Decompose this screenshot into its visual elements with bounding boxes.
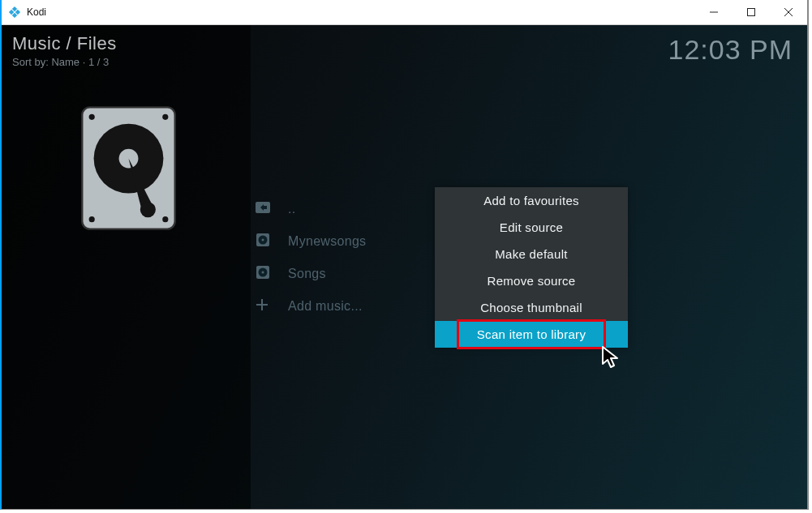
svg-point-14 bbox=[162, 114, 168, 120]
file-item-label: Add music... bbox=[283, 299, 363, 314]
window-title: Kodi bbox=[27, 6, 46, 18]
file-item-label: Songs bbox=[283, 267, 326, 281]
svg-rect-2 bbox=[9, 10, 14, 15]
sort-indicator[interactable]: Sort by: Name · 1 / 3 bbox=[12, 56, 117, 68]
disc-icon bbox=[256, 233, 283, 250]
svg-rect-1 bbox=[15, 10, 20, 15]
kodi-app-icon bbox=[8, 6, 21, 19]
svg-rect-5 bbox=[748, 9, 755, 16]
svg-point-23 bbox=[262, 271, 264, 274]
plus-icon bbox=[256, 298, 283, 314]
disc-icon bbox=[256, 265, 283, 283]
window-controls bbox=[695, 0, 807, 24]
context-item-scan-to-library[interactable]: Scan item to library bbox=[435, 321, 628, 348]
context-menu: Add to favourites Edit source Make defau… bbox=[435, 187, 628, 348]
file-item-label: Mynewsongs bbox=[283, 234, 366, 249]
svg-point-13 bbox=[89, 114, 95, 120]
svg-rect-0 bbox=[12, 6, 17, 11]
titlebar: Kodi bbox=[2, 0, 807, 25]
maximize-button[interactable] bbox=[733, 0, 770, 24]
window-frame: Kodi Music / Files Sort by: Name · 1 / 3… bbox=[0, 0, 809, 510]
minimize-button[interactable] bbox=[695, 0, 733, 24]
svg-point-12 bbox=[140, 202, 156, 217]
header-area: Music / Files Sort by: Name · 1 / 3 bbox=[12, 33, 117, 68]
client-area: Music / Files Sort by: Name · 1 / 3 12:0… bbox=[2, 25, 807, 509]
context-item-add-to-favourites[interactable]: Add to favourites bbox=[435, 187, 628, 214]
svg-rect-3 bbox=[12, 13, 17, 18]
harddrive-thumbnail bbox=[78, 105, 179, 231]
svg-point-10 bbox=[119, 149, 139, 169]
close-button[interactable] bbox=[770, 0, 807, 24]
svg-point-15 bbox=[89, 216, 95, 222]
breadcrumb: Music / Files bbox=[12, 33, 117, 54]
context-item-make-default[interactable]: Make default bbox=[435, 241, 628, 267]
mouse-cursor-icon bbox=[602, 346, 625, 374]
back-arrow-icon bbox=[256, 202, 283, 216]
file-item-label: .. bbox=[283, 202, 296, 216]
sidebar-dim bbox=[2, 25, 251, 509]
context-item-choose-thumbnail[interactable]: Choose thumbnail bbox=[435, 294, 628, 321]
clock: 12:03 PM bbox=[668, 34, 793, 66]
context-item-remove-source[interactable]: Remove source bbox=[435, 267, 628, 294]
context-item-edit-source[interactable]: Edit source bbox=[435, 214, 628, 241]
svg-point-20 bbox=[262, 239, 264, 242]
svg-point-16 bbox=[162, 216, 168, 222]
